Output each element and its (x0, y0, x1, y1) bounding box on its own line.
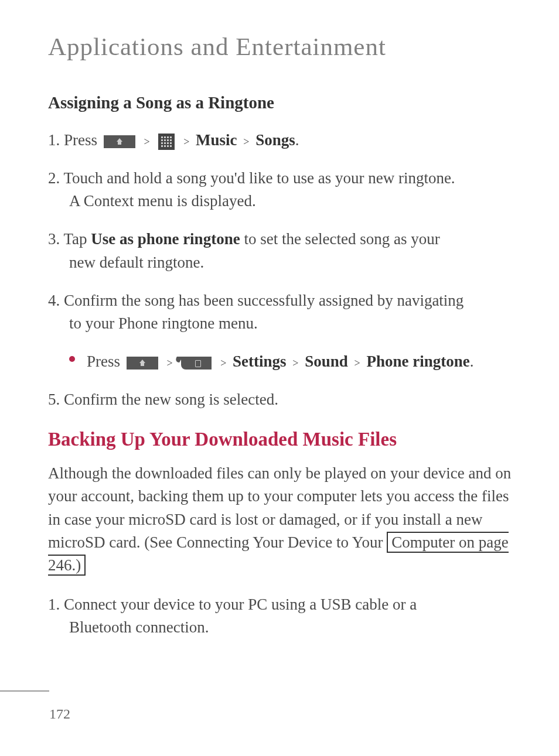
separator: > (144, 136, 150, 148)
separator: > (355, 357, 360, 369)
bullet-press-settings: Press > > Settings > Sound > Phone ringt… (48, 350, 524, 373)
step3-bold: Use as phone ringtone (91, 230, 240, 248)
step3-c: to set the selected song as your (240, 230, 440, 248)
separator: > (167, 357, 173, 369)
step-3: 3. Tap Use as phone ringtone to set the … (48, 228, 524, 273)
section-heading-backup: Backing Up Your Downloaded Music Files (48, 429, 524, 450)
step3-a: 3. Tap (48, 230, 91, 248)
menu-songs: Songs (255, 131, 295, 149)
home-key-icon (104, 135, 135, 148)
separator: > (220, 357, 226, 369)
period: . (470, 353, 474, 370)
menu-sound: Sound (305, 353, 348, 370)
page-title: Applications and Entertainment (0, 0, 559, 61)
apps-grid-icon (158, 134, 175, 150)
separator: > (243, 136, 249, 148)
step-2: 2. Touch and hold a song you'd like to u… (48, 167, 524, 213)
backup-step1-line2: Bluetooth connection. (48, 616, 524, 639)
bullet-dot-icon (69, 356, 75, 362)
bullet-text-a: Press (87, 353, 124, 370)
step2-line2: A Context menu is displayed. (48, 190, 524, 213)
menu-music: Music (196, 131, 237, 149)
menu-phone-ringtone: Phone ringtone (366, 353, 469, 370)
backup-paragraph: Although the downloaded files can only b… (48, 462, 524, 577)
home-key-icon (127, 357, 158, 370)
step1-text-a: 1. Press (48, 131, 101, 149)
section-heading-ringtone: Assigning a Song as a Ringtone (48, 93, 524, 112)
step-5: 5. Confirm the new song is selected. (48, 388, 524, 411)
period: . (295, 131, 299, 149)
step3-line2: new default ringtone. (48, 251, 524, 274)
backup-step-1: 1. Connect your device to your PC using … (48, 593, 524, 639)
page-number: 172 (49, 706, 70, 722)
menu-key-icon (181, 357, 212, 370)
separator: > (292, 357, 298, 369)
menu-settings: Settings (233, 353, 287, 370)
step4-line2: to your Phone ringtone menu. (48, 312, 524, 335)
step-1: 1. Press > > Music > Songs. (48, 129, 524, 152)
footer-divider (0, 690, 49, 692)
page-content: Assigning a Song as a Ringtone 1. Press … (0, 61, 559, 639)
step-4: 4. Confirm the song has been successfull… (48, 289, 524, 335)
separator: > (183, 136, 189, 148)
